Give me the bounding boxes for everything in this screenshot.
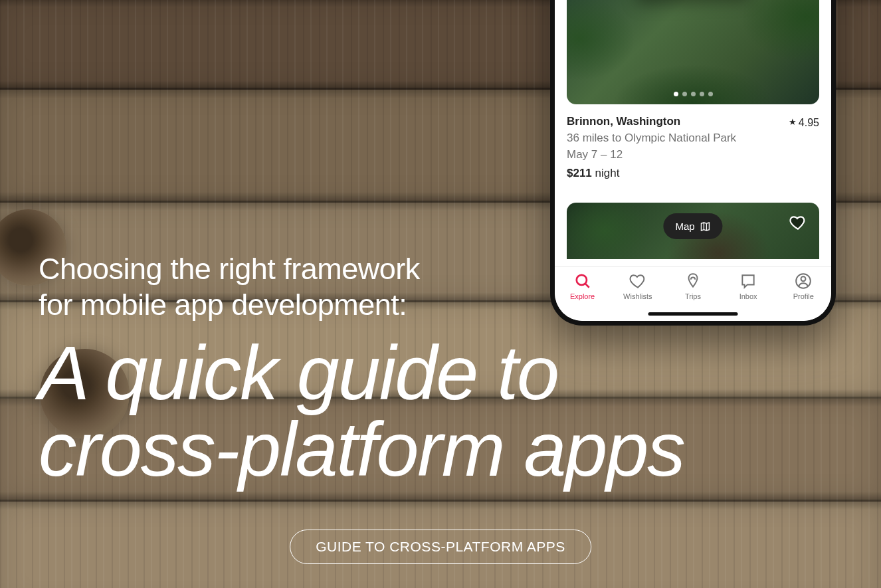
dot-active [674, 92, 678, 96]
tab-label: Explore [570, 292, 595, 300]
tab-trips[interactable]: Trips [673, 272, 713, 300]
svg-point-2 [801, 276, 806, 281]
tab-label: Trips [685, 292, 701, 300]
cta-button[interactable]: GUIDE TO CROSS-PLATFORM APPS [290, 530, 591, 564]
price-unit: night [595, 167, 620, 179]
listing-meta: Brinnon, Washington ★ 4.95 36 miles to O… [567, 114, 819, 182]
chat-icon [739, 272, 757, 290]
tab-label: Profile [793, 292, 814, 300]
hero-title-line2: cross-platform apps [39, 407, 684, 492]
star-icon: ★ [789, 116, 797, 129]
tab-explore[interactable]: Explore [563, 272, 603, 300]
tab-wishlists[interactable]: Wishlists [618, 272, 658, 300]
price-value: $211 [567, 167, 592, 179]
hero-title-line1: A quick guide to [39, 330, 558, 415]
foliage-graphic [567, 0, 819, 104]
listing-location: Brinnon, Washington [567, 114, 680, 130]
heart-icon [789, 214, 807, 231]
hero-subtitle-line2: for mobile app development: [39, 288, 407, 322]
map-button-label: Map [675, 221, 694, 232]
tab-label: Inbox [739, 292, 757, 300]
profile-icon [795, 272, 812, 290]
map-button[interactable]: Map [663, 213, 722, 239]
tab-inbox[interactable]: Inbox [728, 272, 768, 300]
phone-screen: Brinnon, Washington ★ 4.95 36 miles to O… [555, 0, 831, 321]
hero-title: A quick guide to cross-platform apps [39, 335, 842, 488]
listing-photo[interactable] [567, 0, 819, 104]
search-icon [574, 272, 591, 290]
listing-dates: May 7 – 12 [567, 147, 819, 163]
dot [691, 92, 696, 96]
listing-price: $211 night [567, 165, 819, 182]
dot [708, 92, 713, 96]
home-indicator [648, 312, 738, 316]
heart-icon [629, 272, 646, 290]
photo-pagination [567, 92, 819, 96]
svg-point-0 [576, 275, 586, 285]
rating-value: 4.95 [799, 115, 819, 130]
phone-mockup: Brinnon, Washington ★ 4.95 36 miles to O… [550, 0, 836, 326]
listing-rating: ★ 4.95 [789, 115, 819, 130]
trips-icon [684, 272, 702, 290]
tab-label: Wishlists [623, 292, 652, 300]
wishlist-heart-button[interactable] [787, 212, 809, 233]
dot [682, 92, 687, 96]
map-icon [700, 221, 711, 232]
tab-profile[interactable]: Profile [783, 272, 823, 300]
dot [700, 92, 704, 96]
listing-distance: 36 miles to Olympic National Park [567, 130, 819, 147]
hero-subtitle-line1: Choosing the right framework [39, 252, 420, 286]
